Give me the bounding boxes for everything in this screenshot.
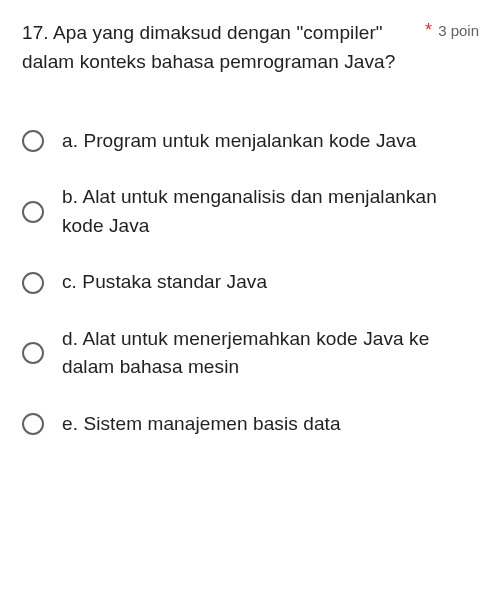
- radio-icon[interactable]: [22, 272, 44, 294]
- radio-icon[interactable]: [22, 130, 44, 152]
- option-e[interactable]: e. Sistem manajemen basis data: [22, 396, 479, 453]
- option-a[interactable]: a. Program untuk menjalankan kode Java: [22, 113, 479, 170]
- option-label: b. Alat untuk menganalisis dan menjalank…: [62, 183, 479, 240]
- option-label: e. Sistem manajemen basis data: [62, 410, 341, 439]
- question-meta: * 3 poin: [425, 18, 479, 41]
- question-text: 17. Apa yang dimaksud dengan "compiler" …: [22, 18, 413, 77]
- option-c[interactable]: c. Pustaka standar Java: [22, 254, 479, 311]
- radio-icon[interactable]: [22, 413, 44, 435]
- option-label: a. Program untuk menjalankan kode Java: [62, 127, 416, 156]
- option-b[interactable]: b. Alat untuk menganalisis dan menjalank…: [22, 169, 479, 254]
- points-label: 3 poin: [438, 22, 479, 39]
- option-d[interactable]: d. Alat untuk menerjemahkan kode Java ke…: [22, 311, 479, 396]
- radio-icon[interactable]: [22, 201, 44, 223]
- option-label: c. Pustaka standar Java: [62, 268, 267, 297]
- options-list: a. Program untuk menjalankan kode Java b…: [22, 113, 479, 453]
- question-header: 17. Apa yang dimaksud dengan "compiler" …: [22, 18, 479, 77]
- required-star: *: [425, 20, 432, 41]
- radio-icon[interactable]: [22, 342, 44, 364]
- option-label: d. Alat untuk menerjemahkan kode Java ke…: [62, 325, 479, 382]
